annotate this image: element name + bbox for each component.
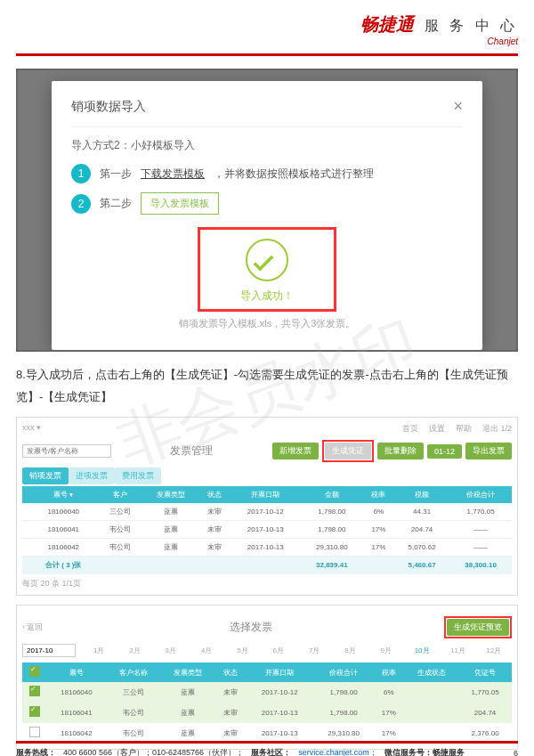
export-button[interactable]: 导出发票 <box>465 443 512 459</box>
generate-voucher-preview-button[interactable]: 生成凭证预览 <box>447 619 509 636</box>
month-tab[interactable]: 11月 <box>440 646 475 655</box>
screenshot-import-modal: 销项数据导入 × 导入方式2：小好模板导入 1 第一步 下载发票模板 ，并将数据… <box>16 69 518 352</box>
month-tab[interactable]: 1月 <box>81 646 117 655</box>
month-tab[interactable]: 4月 <box>189 646 224 655</box>
footer-hotline: 400 6600 566（客户）；010-62485766（伙伴）； <box>63 747 244 756</box>
top-link-settings[interactable]: 设置 <box>429 423 445 435</box>
screenshot-select-invoice: ‹ 返回 选择发票 生成凭证预览 1月2月3月4月5月6月7月8月9月10月11… <box>16 605 518 750</box>
month-tab[interactable]: 8月 <box>332 646 368 655</box>
select-all-checkbox[interactable] <box>29 666 40 677</box>
table-row[interactable]: 18106040三公司蓝票未审2017-10-121,798.006%44.31… <box>22 503 512 521</box>
panel3-title: 选择发票 <box>58 620 444 635</box>
step-1-label: 第一步 <box>100 167 132 182</box>
import-modal: 销项数据导入 × 导入方式2：小好模板导入 1 第一步 下载发票模板 ，并将数据… <box>52 81 482 350</box>
step-1-tail: ，并将数据按照模板格式进行整理 <box>214 167 374 182</box>
download-template-link[interactable]: 下载发票模板 <box>141 167 205 182</box>
month-tab[interactable]: 3月 <box>153 646 189 655</box>
batch-delete-button[interactable]: 批量删除 <box>377 443 424 459</box>
top-link-help[interactable]: 帮助 <box>456 423 472 435</box>
modal-divider <box>71 126 463 127</box>
month-tab[interactable]: 10月 <box>404 646 440 655</box>
step-2-label: 第二步 <box>100 196 132 211</box>
month-tab[interactable]: 5月 <box>224 646 260 655</box>
panel2-top-links: xxx ▾ 首页 设置 帮助 退出 1/2 <box>22 423 512 435</box>
breadcrumb[interactable]: xxx ▾ <box>22 423 41 435</box>
table-row[interactable]: 18106040三公司蓝票未审2017-10-121,798.006%1,770… <box>22 682 512 703</box>
import-method-title: 导入方式2：小好模板导入 <box>71 138 463 153</box>
table-row[interactable]: 18106041韦公司蓝票未审2017-10-131,798.0017%204.… <box>22 703 512 723</box>
top-link-exit[interactable]: 退出 1/2 <box>482 423 512 435</box>
footer-community-label: 服务社区： <box>251 747 291 756</box>
step-2-badge: 2 <box>71 194 91 214</box>
panel2-actions: 新增发票 生成凭证 批量删除 01-12 导出发票 <box>272 440 512 462</box>
page-number: 6 <box>514 749 518 756</box>
tab-expense-invoice[interactable]: 费用发票 <box>115 467 161 484</box>
footer-hotline-label: 服务热线： <box>16 747 56 756</box>
header-divider <box>16 53 518 56</box>
month-tab[interactable]: 12月 <box>476 646 512 655</box>
table-header-row: 票号 ▾客户 发票类型状态开票日期 金额税率税额 价税合计 <box>22 486 512 503</box>
footer-wechat: 微信服务号：畅捷服务 <box>384 747 465 756</box>
row-checkbox[interactable] <box>29 727 40 737</box>
period-input[interactable] <box>22 644 76 657</box>
page-footer: 服务热线： 400 6600 566（客户）；010-62485766（伙伴）；… <box>16 737 518 756</box>
search-input[interactable] <box>22 444 111 458</box>
table-row[interactable]: 18106042韦公司蓝票未审2017-10-1329,310.8017%5,0… <box>22 539 512 557</box>
table-header-row: 票号客户名称发票类型 状态开票日期价税合计 税率生成状态凭证号 <box>22 663 512 682</box>
screenshot-invoice-management: xxx ▾ 首页 设置 帮助 退出 1/2 发票管理 新增发票 生成凭证 批量删… <box>16 417 518 596</box>
step-2-row: 2 第二步 导入发票模板 <box>71 192 463 215</box>
close-icon[interactable]: × <box>453 97 463 116</box>
import-sub-note: 销项发票导入模板.xls，共导入3张发票。 <box>71 317 463 330</box>
back-link[interactable]: ‹ 返回 <box>22 622 58 633</box>
row-checkbox[interactable] <box>29 706 40 717</box>
brand-cn: 畅捷通 <box>360 14 414 34</box>
total-row: 合计 ( 3 )张32,839.415,460.6738,300.10 <box>22 557 512 574</box>
panel2-title: 发票管理 <box>111 443 272 459</box>
brand-en: Chanjet <box>16 37 518 46</box>
footer-community-link[interactable]: service.chanjet.com； <box>298 747 377 756</box>
table-row[interactable]: 18106041韦公司蓝票未审2017-10-131,798.0017%204.… <box>22 521 512 539</box>
select-invoice-table: 票号客户名称发票类型 状态开票日期价税合计 税率生成状态凭证号 18106040… <box>22 663 512 744</box>
month-tab[interactable]: 7月 <box>296 646 332 655</box>
top-link-home[interactable]: 首页 <box>402 423 418 435</box>
invoice-table: 票号 ▾客户 发票类型状态开票日期 金额税率税额 价税合计 18106040三公… <box>22 486 512 574</box>
tab-sale-invoice[interactable]: 销项发票 <box>22 467 69 484</box>
pager: 每页 20 条 1/1页 <box>22 578 512 589</box>
success-highlight-box: 导入成功！ <box>198 227 336 312</box>
row-checkbox[interactable] <box>29 686 40 696</box>
step-1-row: 1 第一步 下载发票模板 ，并将数据按照模板格式进行整理 <box>71 164 463 183</box>
new-invoice-button[interactable]: 新增发票 <box>272 443 319 459</box>
header-title: 服 务 中 心 <box>425 18 518 33</box>
modal-title: 销项数据导入 <box>71 99 146 115</box>
instruction-step-8: 8.导入成功后，点击右上角的【生成凭证】-勾选需要生成凭证的发票-点击右上角的【… <box>16 364 518 408</box>
month-tab[interactable]: 2月 <box>117 646 152 655</box>
month-tab[interactable]: 6月 <box>261 646 296 655</box>
step-1-badge: 1 <box>71 164 91 183</box>
import-template-button[interactable]: 导入发票模板 <box>141 192 219 215</box>
page-header: 畅捷通 服 务 中 心 Chanjet <box>16 9 518 52</box>
tab-purchase-invoice[interactable]: 进项发票 <box>69 467 115 484</box>
period-button[interactable]: 01-12 <box>427 444 462 459</box>
month-tab[interactable]: 9月 <box>368 646 404 655</box>
success-text: 导入成功！ <box>200 289 334 304</box>
check-icon <box>246 239 288 281</box>
generate-voucher-button[interactable]: 生成凭证 <box>325 443 371 459</box>
months-row: 1月2月3月4月5月6月7月8月9月10月11月12月 <box>22 644 512 657</box>
